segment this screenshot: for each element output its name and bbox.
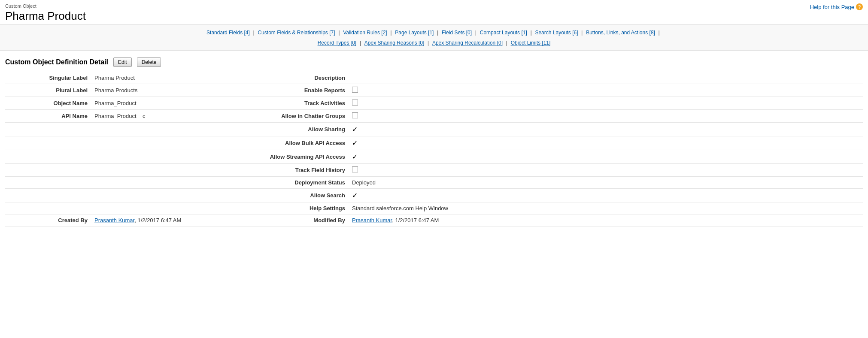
section-header: Custom Object Definition Detail Edit Del… [5,57,863,67]
allow-bulk-api-val: ✓ [349,136,863,150]
allow-streaming-key: Allow Streaming API Access [254,150,349,164]
nav-standard-fields[interactable]: Standard Fields [4] [206,30,250,36]
allow-sharing-checkmark: ✓ [352,126,358,133]
nav-object-limits[interactable]: Object Limits [11] [511,40,551,46]
nav-row-2: Record Types [0] | Apex Sharing Reasons … [5,38,863,48]
delete-button[interactable]: Delete [137,57,161,67]
help-link[interactable]: Help for this Page ? [810,3,863,10]
allow-search-val: ✓ [349,189,863,202]
allow-search-key: Allow Search [254,189,349,202]
modified-by-key: Modified By [254,214,349,226]
table-row: API Name Pharma_Product__c Allow in Chat… [5,110,863,123]
allow-chatter-key: Allow in Chatter Groups [254,110,349,123]
nav-validation-rules[interactable]: Validation Rules [2] [343,30,387,36]
plural-label-val: Pharma Products [91,84,254,97]
nav-bar: Standard Fields [4] | Custom Fields & Re… [0,24,868,51]
section-title: Custom Object Definition Detail [5,58,108,66]
table-row: Created By Prasanth Kumar, 1/2/2017 6:47… [5,214,863,226]
description-val [349,72,863,84]
nav-custom-fields[interactable]: Custom Fields & Relationships [7] [258,30,335,36]
nav-field-sets[interactable]: Field Sets [0] [442,30,472,36]
object-name-val: Pharma_Product [91,97,254,110]
edit-button[interactable]: Edit [113,57,132,67]
table-row: Allow Streaming API Access ✓ [5,150,863,164]
nav-record-types[interactable]: Record Types [0] [318,40,357,46]
created-by-val: Prasanth Kumar, 1/2/2017 6:47 AM [91,214,254,226]
table-row: Help Settings Standard salesforce.com He… [5,202,863,214]
nav-apex-sharing-recalculation[interactable]: Apex Sharing Recalculation [0] [432,40,503,46]
allow-bulk-api-checkmark: ✓ [352,139,358,147]
table-row: Object Name Pharma_Product Track Activit… [5,97,863,110]
deployment-status-val: Deployed [349,177,863,189]
allow-bulk-api-key: Allow Bulk API Access [254,136,349,150]
help-icon: ? [856,3,863,10]
allow-streaming-checkmark: ✓ [352,153,358,160]
created-by-key: Created By [5,214,91,226]
table-row: Track Field History [5,164,863,177]
content-area: Custom Object Definition Detail Edit Del… [0,51,868,233]
track-activities-checkbox [352,100,358,106]
nav-search-layouts[interactable]: Search Layouts [6] [535,30,578,36]
modified-by-val: Prasanth Kumar, 1/2/2017 6:47 AM [349,214,863,226]
allow-sharing-val: ✓ [349,123,863,136]
object-name-key: Object Name [5,97,91,110]
created-by-date: , 1/2/2017 6:47 AM [134,217,181,223]
enable-reports-checkbox [352,87,358,93]
table-row: Allow Sharing ✓ [5,123,863,136]
allow-streaming-val: ✓ [349,150,863,164]
modified-by-link[interactable]: Prasanth Kumar [352,217,392,223]
nav-compact-layouts[interactable]: Compact Layouts [1] [480,30,527,36]
track-field-history-checkbox [352,166,358,172]
nav-row-1: Standard Fields [4] | Custom Fields & Re… [5,27,863,38]
enable-reports-val [349,84,863,97]
track-activities-val [349,97,863,110]
created-by-link[interactable]: Prasanth Kumar [94,217,134,223]
modified-by-date: , 1/2/2017 6:47 AM [392,217,439,223]
allow-chatter-checkbox [352,112,358,118]
help-link-text: Help for this Page [810,4,854,10]
enable-reports-key: Enable Reports [254,84,349,97]
table-row: Deployment Status Deployed [5,177,863,189]
singular-label-val: Pharma Product [91,72,254,84]
table-row: Singular Label Pharma Product Descriptio… [5,72,863,84]
nav-page-layouts[interactable]: Page Layouts [1] [395,30,434,36]
plural-label-key: Plural Label [5,84,91,97]
table-row: Plural Label Pharma Products Enable Repo… [5,84,863,97]
page-title: Pharma Product [5,9,863,23]
custom-object-label: Custom Object [5,3,863,9]
api-name-val: Pharma_Product__c [91,110,254,123]
allow-search-checkmark: ✓ [352,192,358,199]
detail-table: Singular Label Pharma Product Descriptio… [5,72,863,226]
track-field-history-key: Track Field History [254,164,349,177]
api-name-key: API Name [5,110,91,123]
singular-label-key: Singular Label [5,72,91,84]
deployment-status-key: Deployment Status [254,177,349,189]
track-field-history-val [349,164,863,177]
help-settings-key: Help Settings [254,202,349,214]
table-row: Allow Search ✓ [5,189,863,202]
table-row: Allow Bulk API Access ✓ [5,136,863,150]
page-header: Custom Object Pharma Product Help for th… [0,0,868,24]
nav-apex-sharing-reasons[interactable]: Apex Sharing Reasons [0] [364,40,424,46]
nav-buttons-links-actions[interactable]: Buttons, Links, and Actions [8] [586,30,655,36]
help-settings-val: Standard salesforce.com Help Window [349,202,863,214]
track-activities-key: Track Activities [254,97,349,110]
allow-chatter-val [349,110,863,123]
allow-sharing-key: Allow Sharing [254,123,349,136]
description-key: Description [254,72,349,84]
